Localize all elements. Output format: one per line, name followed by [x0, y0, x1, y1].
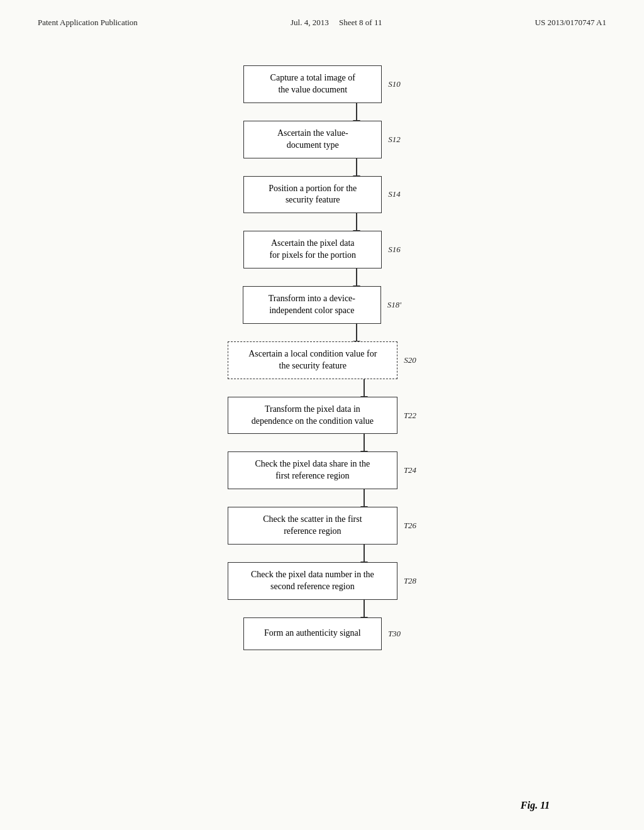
step-label-s12: S12	[388, 135, 401, 145]
arrow-s18	[287, 324, 357, 341]
step-label-t30: T30	[388, 629, 401, 639]
step-box-t28: Check the pixel data number in thesecond…	[228, 562, 397, 600]
flow-step-s12: Ascertain the value-document typeS12	[243, 121, 401, 158]
diagram-container: Capture a total image ofthe value docume…	[0, 34, 644, 688]
flow-step-t28: Check the pixel data number in thesecond…	[228, 562, 416, 600]
arrow-s20	[279, 379, 365, 397]
flow-step-t26: Check the scatter in the firstreference …	[228, 507, 416, 545]
arrow-s12	[287, 158, 357, 176]
flow-step-s18: Transform into a device-independent colo…	[243, 286, 401, 324]
arrow-t26	[279, 545, 365, 562]
fig-label: Fig. 11	[521, 800, 550, 811]
step-label-s20: S20	[404, 355, 416, 365]
step-label-t28: T28	[404, 576, 416, 586]
flow-step-s10: Capture a total image ofthe value docume…	[243, 65, 401, 103]
arrow-s10	[287, 103, 357, 121]
flow-step-s20: Ascertain a local condition value forthe…	[228, 341, 416, 379]
step-box-t26: Check the scatter in the firstreference …	[228, 507, 397, 545]
flow-step-s16: Ascertain the pixel datafor pixels for t…	[243, 231, 401, 268]
header-left: Patent Application Publication	[38, 18, 138, 28]
arrow-s14	[287, 213, 357, 231]
step-label-s10: S10	[388, 79, 401, 89]
header-sheet: Sheet 8 of 11	[339, 18, 382, 27]
arrow-s16	[287, 268, 357, 286]
header-center: Jul. 4, 2013 Sheet 8 of 11	[291, 18, 382, 28]
page: Patent Application Publication Jul. 4, 2…	[0, 0, 644, 830]
step-box-s10: Capture a total image ofthe value docume…	[243, 65, 382, 103]
step-box-t22: Transform the pixel data independence on…	[228, 397, 397, 434]
header-date: Jul. 4, 2013	[291, 18, 329, 27]
step-label-s14: S14	[388, 189, 401, 199]
step-box-s12: Ascertain the value-document type	[243, 121, 382, 158]
page-header: Patent Application Publication Jul. 4, 2…	[0, 0, 644, 34]
header-right: US 2013/0170747 A1	[535, 18, 606, 28]
step-label-s16: S16	[388, 245, 401, 255]
step-label-t22: T22	[404, 411, 416, 421]
step-label-s18: S18'	[387, 300, 401, 310]
arrow-t22	[279, 434, 365, 451]
step-label-t24: T24	[404, 465, 416, 475]
arrow-t28	[279, 600, 365, 617]
flow-step-t30: Form an authenticity signalT30	[243, 617, 401, 650]
step-label-t26: T26	[404, 521, 416, 531]
flow-step-s14: Position a portion for thesecurity featu…	[243, 176, 401, 214]
step-box-s16: Ascertain the pixel datafor pixels for t…	[243, 231, 382, 268]
flow-step-t22: Transform the pixel data independence on…	[228, 397, 416, 434]
step-box-s20: Ascertain a local condition value forthe…	[228, 341, 397, 379]
arrow-t24	[279, 489, 365, 507]
step-box-t24: Check the pixel data share in thefirst r…	[228, 451, 397, 489]
flow-step-t24: Check the pixel data share in thefirst r…	[228, 451, 416, 489]
step-box-t30: Form an authenticity signal	[243, 617, 382, 650]
step-box-s14: Position a portion for thesecurity featu…	[243, 176, 382, 214]
step-box-s18: Transform into a device-independent colo…	[243, 286, 381, 324]
